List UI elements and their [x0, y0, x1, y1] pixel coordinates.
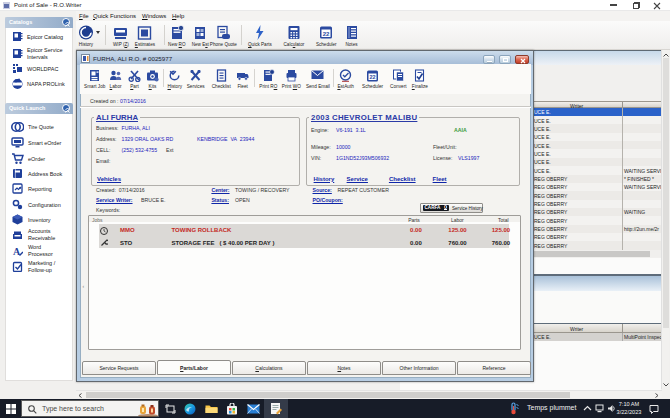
svg-text:22: 22 — [323, 31, 330, 37]
svg-text:22: 22 — [370, 74, 376, 80]
